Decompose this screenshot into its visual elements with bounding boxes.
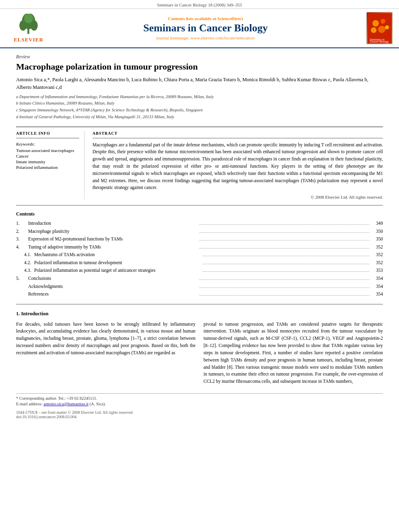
svg-point-9 <box>378 26 385 33</box>
toc-item: 2.Macrophage plasticity350 <box>16 228 383 236</box>
toc-page: 349 <box>371 220 383 228</box>
toc-page: 354 <box>371 290 383 298</box>
keyword-1: Tumour-associated macrophages <box>16 148 79 153</box>
toc-page: 353 <box>371 267 383 275</box>
keyword-2: Cancer <box>16 154 79 158</box>
journal-header-right: Seminars in Cancer Biology <box>360 12 393 44</box>
toc-label: Expression of M2-protumoural functions b… <box>28 235 198 243</box>
authors: Antonio Sica a,*, Paola Larghi a, Alessa… <box>16 76 383 91</box>
issn-line: 1044-579X/$ – see front matter © 2008 El… <box>16 410 383 415</box>
top-bar: Seminars in Cancer Biology 18 (2008) 349… <box>0 0 399 9</box>
svg-text:Cancer Biology: Cancer Biology <box>370 40 389 43</box>
introduction-section: 1. Introduction For decades, solid tumou… <box>16 311 383 388</box>
toc-item: 4.Tuning of adaptive immunity by TAMs352 <box>16 243 383 251</box>
abstract-text: Macrophages are a fundamental part of th… <box>93 142 383 192</box>
svg-point-8 <box>371 27 376 33</box>
article-info-abstract: ARTICLE INFO Keywords: Tumour-associated… <box>16 127 383 200</box>
corresponding-note: * Corresponding author. Tel.: +39 02 822… <box>16 396 383 401</box>
toc-list: 1.Introduction3492.Macrophage plasticity… <box>16 220 383 298</box>
intro-text-col1: For decades, solid tumours have been kno… <box>16 321 195 357</box>
sciencedirect-name[interactable]: ScienceDirect <box>217 16 243 21</box>
toc-item: 4.1.Mechanisms of TAMs activation352 <box>16 251 383 259</box>
toc-page: 354 <box>371 283 383 291</box>
toc-page: 352 <box>371 259 383 267</box>
toc-label: Tuning of adaptive immunity by TAMs <box>28 243 198 251</box>
article-title: Macrophage polarization in tumour progre… <box>16 62 383 72</box>
email-note: E-mail address: antonio.sica@humanitas.i… <box>16 402 383 406</box>
article-info-label: ARTICLE INFO <box>16 131 79 136</box>
contents-title: Contents <box>16 211 383 217</box>
journal-header: ELSEVIER Contents lists available at Sci… <box>0 9 399 48</box>
introduction-body: For decades, solid tumours have been kno… <box>16 321 383 388</box>
email-link[interactable]: antonio.sica@humanitas.it <box>43 402 88 406</box>
toc-dots <box>200 240 369 240</box>
journal-cover-image: Seminars in Cancer Biology <box>366 12 393 44</box>
toc-dots <box>203 264 370 264</box>
toc-page: 354 <box>371 275 383 283</box>
toc-dots <box>200 248 369 249</box>
svg-point-7 <box>380 19 385 24</box>
toc-dots <box>200 288 369 288</box>
toc-item: 1.Introduction349 <box>16 220 383 228</box>
toc-page: 350 <box>371 235 383 243</box>
svg-rect-0 <box>27 28 29 34</box>
abstract-label: ABSTRACT <box>93 131 383 136</box>
affiliation-b: b Istituto Clinico Humanitas, 20089 Rozz… <box>16 100 383 107</box>
toc-label: Acknowledgments <box>28 283 198 291</box>
toc-dots <box>200 295 369 296</box>
journal-title: Seminars in Cancer Biology <box>51 23 360 34</box>
toc-item: 5.Conclusions354 <box>16 275 383 283</box>
keyword-3: Innate immunity <box>16 159 79 164</box>
abstract-column: ABSTRACT Macrophages are a fundamental p… <box>93 131 383 200</box>
toc-label: Introduction <box>28 220 198 228</box>
elsevier-brand: ELSEVIER <box>14 37 43 43</box>
toc-dots <box>200 279 369 280</box>
keywords-label: Keywords: <box>16 142 79 146</box>
intro-text-col2: pivotal to tumour progression, and TAMs … <box>204 321 383 385</box>
toc-number: 4. <box>16 243 28 251</box>
toc-page: 350 <box>371 228 383 236</box>
toc-page: 352 <box>371 251 383 259</box>
toc-label: References <box>28 290 198 298</box>
svg-point-6 <box>372 20 379 27</box>
affiliation-c: c Singapore Immunology Network, A*STAR (… <box>16 107 383 113</box>
journal-citation: Seminars in Cancer Biology 18 (2008) 349… <box>157 2 242 7</box>
toc-number: 4.1. <box>16 251 34 259</box>
toc-dots <box>203 256 370 256</box>
elsevier-tree-icon <box>14 14 43 36</box>
toc-item: Acknowledgments354 <box>16 283 383 291</box>
journal-header-center: Contents lists available at ScienceDirec… <box>51 16 360 41</box>
article-type: Review <box>16 54 383 60</box>
keyword-4: Polarized inflammation <box>16 165 79 170</box>
toc-item: 4.2.Polarized inflammation in tumour dev… <box>16 259 383 267</box>
toc-item: 3.Expression of M2-protumoural functions… <box>16 235 383 243</box>
copyright: © 2008 Elsevier Ltd. All rights reserved… <box>93 195 383 199</box>
contents-section: Contents 1.Introduction3492.Macrophage p… <box>16 211 383 298</box>
affiliation-d: d Institute of General Pathology, Univer… <box>16 114 383 120</box>
toc-label: Polarized inflammation in tumour develop… <box>34 259 201 267</box>
page-wrapper: Seminars in Cancer Biology 18 (2008) 349… <box>0 0 399 425</box>
elsevier-logo <box>14 14 43 36</box>
intro-col2: pivotal to tumour progression, and TAMs … <box>204 321 383 388</box>
doi-line: doi:10.1016/j.semcancer.2008.03.004 <box>16 415 383 419</box>
svg-point-10 <box>385 25 389 29</box>
toc-number: 5. <box>16 275 28 283</box>
toc-item: References354 <box>16 290 383 298</box>
toc-label: Macrophage plasticity <box>28 228 198 236</box>
intro-col1: For decades, solid tumours have been kno… <box>16 321 195 388</box>
article-info-column: ARTICLE INFO Keywords: Tumour-associated… <box>16 131 84 200</box>
footer-bottom: 1044-579X/$ – see front matter © 2008 El… <box>16 410 383 419</box>
toc-item: 4.3.Polarized inflammation as potential … <box>16 267 383 275</box>
homepage-url[interactable]: www.elsevier.com/locate/semcancer <box>190 35 255 40</box>
toc-number: 2. <box>16 228 28 236</box>
toc-number: 1. <box>16 220 28 228</box>
toc-page: 352 <box>371 243 383 251</box>
journal-header-left: ELSEVIER <box>6 14 51 43</box>
section-1-heading: 1. Introduction <box>16 311 383 317</box>
cover-art-icon: Seminars in Cancer Biology <box>368 13 392 43</box>
footer-notes: * Corresponding author. Tel.: +39 02 822… <box>16 393 383 406</box>
toc-label: Polarized inflammation as potential targ… <box>34 267 201 275</box>
toc-number: 3. <box>16 235 28 243</box>
toc-label: Mechanisms of TAMs activation <box>34 251 201 259</box>
toc-dots <box>203 271 370 272</box>
